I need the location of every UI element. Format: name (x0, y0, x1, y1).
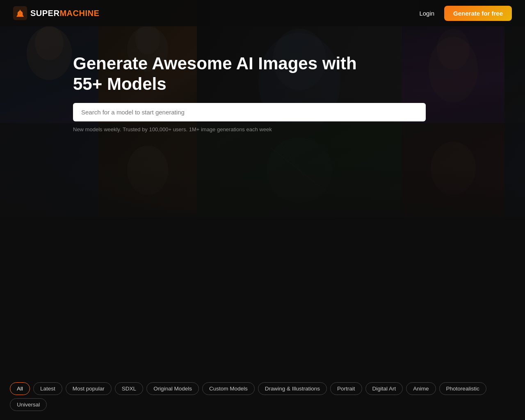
filter-tab-photorealistic[interactable]: Photorealistic (439, 382, 486, 395)
filter-tab-latest[interactable]: Latest (33, 382, 62, 395)
filter-section: All Latest Most popular SDXL Original Mo… (0, 377, 525, 416)
filter-tab-anime[interactable]: Anime (406, 382, 436, 395)
hero-section: Generate Awesome AI Images with 55+ Mode… (0, 0, 525, 238)
filter-tab-custom-models[interactable]: Custom Models (202, 382, 255, 395)
filter-tab-sdxl[interactable]: SDXL (115, 382, 143, 395)
navbar: SUPERMACHINE Login Generate for free (0, 0, 525, 26)
filter-tab-portrait[interactable]: Portrait (330, 382, 362, 395)
login-button[interactable]: Login (419, 10, 434, 17)
generate-button[interactable]: Generate for free (444, 6, 512, 21)
hero-subtitle: New models weekly. Trusted by 100,000+ u… (73, 126, 272, 132)
filter-tab-drawing-illustrations[interactable]: Drawing & Illustrations (258, 382, 327, 395)
cards-section: ♥ 6.9K 🔖 Save (0, 416, 525, 420)
filter-tab-most-popular[interactable]: Most popular (66, 382, 112, 395)
filter-tab-universal[interactable]: Universal (10, 398, 47, 411)
filter-tab-digital-art[interactable]: Digital Art (365, 382, 403, 395)
logo-text: SUPERMACHINE (30, 9, 99, 18)
filter-tab-original-models[interactable]: Original Models (146, 382, 199, 395)
filter-tab-all[interactable]: All (10, 382, 30, 395)
logo[interactable]: SUPERMACHINE (13, 6, 99, 20)
logo-icon (13, 6, 27, 20)
nav-right: Login Generate for free (419, 6, 512, 21)
search-input[interactable] (73, 103, 426, 121)
hero-title: Generate Awesome AI Images with 55+ Mode… (73, 53, 360, 95)
